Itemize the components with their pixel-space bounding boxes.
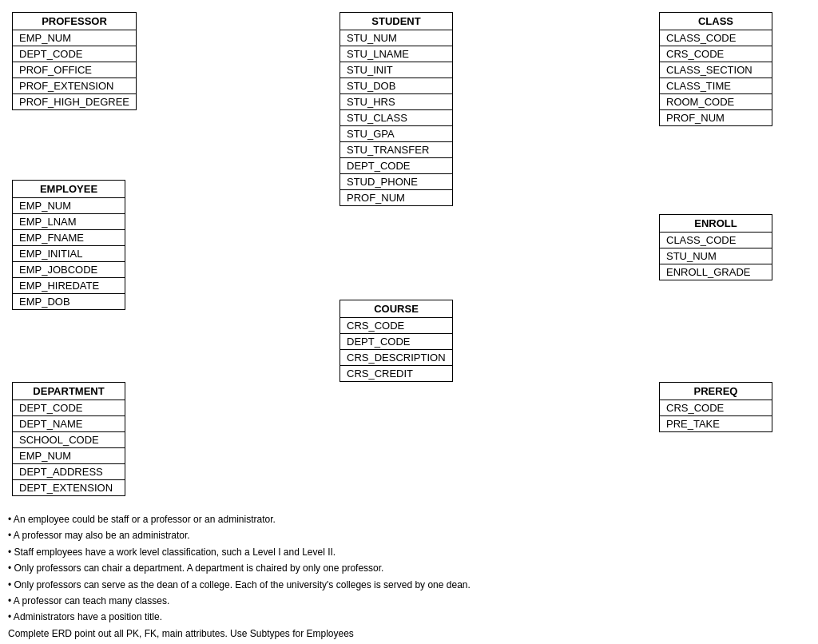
entity-department-field-1: DEPT_NAME (13, 416, 125, 432)
entity-employee-field-1: EMP_LNAM (13, 214, 125, 230)
entity-employee-field-3: EMP_INITIAL (13, 246, 125, 262)
entity-department-field-2: SCHOOL_CODE (13, 432, 125, 448)
entity-course-field-2: CRS_DESCRIPTION (340, 350, 452, 366)
entity-student-field-2: STU_INIT (340, 62, 452, 78)
entity-course-field-0: CRS_CODE (340, 318, 452, 334)
entity-department-field-3: EMP_NUM (13, 448, 125, 464)
notes-section: • An employee could be staff or a profes… (8, 511, 471, 615)
note-1: • A professor may also be an administrat… (8, 527, 471, 543)
note-4: • Only professors can serve as the dean … (8, 577, 471, 593)
entity-course-field-3: CRS_CREDIT (340, 366, 452, 381)
note-3: • Only professors can chair a department… (8, 560, 471, 576)
entity-professor-field-0: EMP_NUM (13, 30, 136, 46)
entity-student-field-1: STU_LNAME (340, 46, 452, 62)
entity-employee-field-0: EMP_NUM (13, 198, 125, 214)
entity-department-title: DEPARTMENT (13, 383, 125, 400)
entity-employee-field-4: EMP_JOBCODE (13, 262, 125, 278)
entity-enroll-field-1: STU_NUM (660, 248, 772, 264)
entity-enroll-field-2: ENROLL_GRADE (660, 264, 772, 280)
entity-department-field-0: DEPT_CODE (13, 400, 125, 416)
entity-student-field-5: STU_CLASS (340, 110, 452, 126)
entity-class-title: CLASS (660, 13, 772, 30)
entity-student-field-10: PROF_NUM (340, 190, 452, 205)
entity-professor-field-1: DEPT_CODE (13, 46, 136, 62)
entity-prereq: PREREQCRS_CODEPRE_TAKE (659, 382, 772, 432)
entity-employee-field-2: EMP_FNAME (13, 230, 125, 246)
entity-employee-field-5: EMP_HIREDATE (13, 278, 125, 294)
entity-student: STUDENTSTU_NUMSTU_LNAMESTU_INITSTU_DOBST… (340, 12, 453, 206)
entity-class-field-0: CLASS_CODE (660, 30, 772, 46)
entity-professor-field-3: PROF_EXTENSION (13, 78, 136, 94)
entity-student-field-4: STU_HRS (340, 94, 452, 110)
entity-student-title: STUDENT (340, 13, 452, 30)
entity-employee-title: EMPLOYEE (13, 181, 125, 198)
entity-course-title: COURSE (340, 300, 452, 318)
entity-class-field-2: CLASS_SECTION (660, 62, 772, 78)
note-0: • An employee could be staff or a profes… (8, 511, 471, 527)
entity-professor-field-2: PROF_OFFICE (13, 62, 136, 78)
entity-student-field-7: STU_TRANSFER (340, 142, 452, 158)
entity-professor: PROFESSOREMP_NUMDEPT_CODEPROF_OFFICEPROF… (12, 12, 137, 110)
entity-student-field-3: STU_DOB (340, 78, 452, 94)
entity-prereq-field-0: CRS_CODE (660, 400, 772, 416)
entity-student-field-8: DEPT_CODE (340, 158, 452, 174)
entity-prereq-title: PREREQ (660, 383, 772, 400)
entity-course: COURSECRS_CODEDEPT_CODECRS_DESCRIPTIONCR… (340, 300, 453, 382)
entity-class-field-4: ROOM_CODE (660, 94, 772, 110)
footer-text: Complete ERD point out all PK, FK, main … (8, 626, 471, 642)
entity-professor-title: PROFESSOR (13, 13, 136, 30)
entity-employee: EMPLOYEEEMP_NUMEMP_LNAMEMP_FNAMEEMP_INIT… (12, 180, 125, 310)
note-5: • A professor can teach many classes. (8, 593, 471, 609)
entity-student-field-6: STU_GPA (340, 126, 452, 142)
entity-class: CLASSCLASS_CODECRS_CODECLASS_SECTIONCLAS… (659, 12, 772, 126)
entity-class-field-1: CRS_CODE (660, 46, 772, 62)
entity-department-field-4: DEPT_ADDRESS (13, 464, 125, 480)
entity-class-field-5: PROF_NUM (660, 110, 772, 125)
entity-employee-field-6: EMP_DOB (13, 294, 125, 309)
entity-class-field-3: CLASS_TIME (660, 78, 772, 94)
note-6: • Administrators have a position title. (8, 609, 471, 625)
entity-enroll-field-0: CLASS_CODE (660, 233, 772, 248)
entity-prereq-field-1: PRE_TAKE (660, 416, 772, 431)
entity-department-field-5: DEPT_EXTENSION (13, 480, 125, 495)
entity-student-field-0: STU_NUM (340, 30, 452, 46)
entity-course-field-1: DEPT_CODE (340, 334, 452, 350)
entity-enroll: ENROLLCLASS_CODESTU_NUMENROLL_GRADE (659, 214, 772, 280)
entity-student-field-9: STUD_PHONE (340, 174, 452, 190)
note-2: • Staff employees have a work level clas… (8, 544, 471, 560)
entity-department: DEPARTMENTDEPT_CODEDEPT_NAMESCHOOL_CODEE… (12, 382, 125, 496)
entity-enroll-title: ENROLL (660, 215, 772, 233)
entity-professor-field-4: PROF_HIGH_DEGREE (13, 94, 136, 109)
diagram-canvas: PROFESSOREMP_NUMDEPT_CODEPROF_OFFICEPROF… (8, 8, 810, 631)
